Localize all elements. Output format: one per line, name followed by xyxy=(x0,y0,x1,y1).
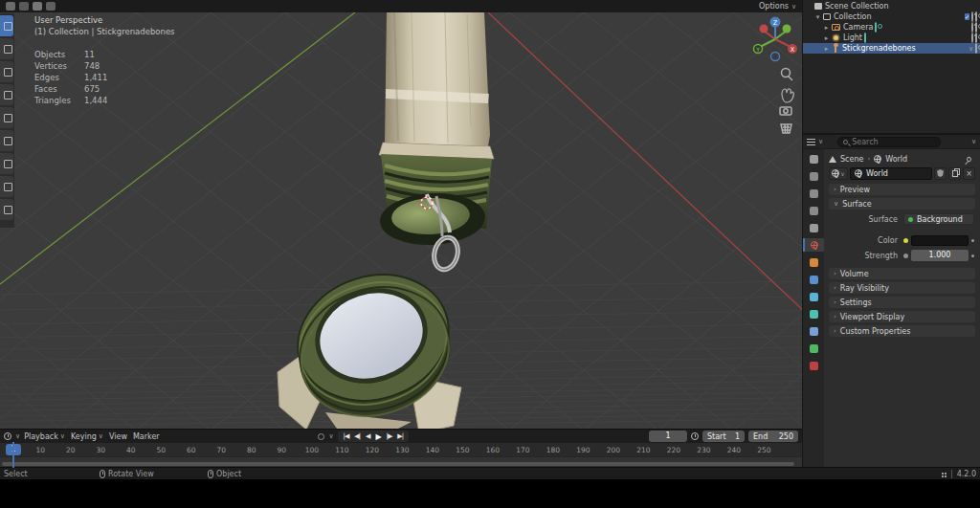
outliner-row-light[interactable]: ▸Light xyxy=(803,33,980,43)
properties-tab-world[interactable] xyxy=(803,238,824,252)
expand-icon[interactable]: ▾ xyxy=(814,13,821,21)
transform-tool[interactable] xyxy=(0,130,13,151)
socket-icon[interactable] xyxy=(903,254,908,258)
move-tool[interactable] xyxy=(0,61,13,82)
chevron-right-icon: › xyxy=(834,313,836,320)
expand-icon[interactable]: ▸ xyxy=(823,34,830,42)
panel-custom-properties[interactable]: ›Custom Properties xyxy=(829,325,975,337)
viewport-header-icon[interactable] xyxy=(6,2,15,11)
properties-tab-modifiers[interactable] xyxy=(803,273,824,286)
world-tab-icon xyxy=(811,241,818,249)
camera-data-icon xyxy=(875,22,877,33)
previous-keyframe-button[interactable]: ◀| xyxy=(352,432,362,440)
copy-datablock-button[interactable] xyxy=(948,167,961,180)
properties-search-input[interactable]: Search xyxy=(837,137,941,147)
chevron-down-icon[interactable]: ∨ xyxy=(328,432,333,440)
animate-dot-icon[interactable] xyxy=(971,239,974,242)
properties-tab-particles[interactable] xyxy=(803,290,824,303)
properties-tab-constraints[interactable] xyxy=(803,324,824,338)
eye-icon[interactable] xyxy=(971,11,973,22)
color-swatch[interactable] xyxy=(911,235,969,246)
animate-dot-icon[interactable] xyxy=(971,254,974,257)
strength-slider[interactable]: 1.000 xyxy=(911,250,969,261)
properties-tab-object-data[interactable] xyxy=(803,342,824,355)
panel-settings[interactable]: ›Settings xyxy=(829,297,975,308)
select-box-tool[interactable] xyxy=(0,15,13,36)
timeline-menu-playback[interactable]: Playback∨ xyxy=(24,432,65,441)
frame-start-field[interactable]: Start1 xyxy=(702,431,745,442)
rotate-tool[interactable] xyxy=(0,84,13,105)
play-button[interactable]: ▶ xyxy=(373,432,382,441)
jump-to-start-button[interactable]: |◀ xyxy=(342,432,351,440)
properties-tab-render[interactable] xyxy=(803,169,824,183)
properties-tab-texture[interactable] xyxy=(803,359,824,372)
breadcrumb-scene[interactable]: Scene xyxy=(840,155,863,164)
gizmo-axis-ball[interactable] xyxy=(760,25,768,33)
properties-tab-output[interactable] xyxy=(803,187,824,200)
grenade-handle-object[interactable] xyxy=(379,12,494,248)
outliner-row-stickgrenadebones[interactable]: ▸Stickgrenadebones∨ xyxy=(803,43,980,54)
properties-editor-icon[interactable] xyxy=(807,138,815,145)
render-visibility-icon[interactable] xyxy=(975,11,977,22)
surface-shader-button[interactable]: Background xyxy=(903,213,974,225)
browse-world-button[interactable]: ∨ xyxy=(829,167,848,180)
cursor-tool[interactable] xyxy=(0,38,13,59)
properties-tab-tool[interactable] xyxy=(803,152,824,166)
panel-volume[interactable]: ›Volume xyxy=(829,268,975,279)
eye-icon[interactable] xyxy=(971,22,973,33)
properties-tab-scene[interactable] xyxy=(803,221,824,234)
next-keyframe-button[interactable]: |▶ xyxy=(385,432,394,440)
viewport-header-icon[interactable] xyxy=(19,2,29,11)
unlink-datablock-button[interactable]: × xyxy=(963,167,975,180)
jump-to-end-button[interactable]: ▶| xyxy=(395,432,405,440)
panel-ray-visibility[interactable]: ›Ray Visibility xyxy=(829,282,975,294)
filter-dropdown-icon[interactable]: ∨ xyxy=(971,138,976,145)
timeline-menu-keying[interactable]: Keying∨ xyxy=(71,432,103,441)
fake-user-button[interactable] xyxy=(934,167,947,180)
render-visibility-icon[interactable] xyxy=(975,43,977,54)
chevron-down-icon: ∨ xyxy=(969,45,973,53)
texture-tab-icon xyxy=(810,362,818,370)
pin-icon[interactable] xyxy=(966,155,972,162)
current-frame-field[interactable]: 1 xyxy=(649,431,687,442)
outliner-row-camera[interactable]: ▸Camera xyxy=(803,22,980,33)
timeline-editor-icon[interactable] xyxy=(4,432,11,440)
scale-tool[interactable] xyxy=(0,107,13,128)
viewport-header-icon[interactable] xyxy=(33,2,42,11)
measure-tool[interactable] xyxy=(0,176,13,197)
timeline-menu-marker[interactable]: Marker xyxy=(133,432,160,441)
properties-tab-physics[interactable] xyxy=(803,307,824,320)
timeline-menu-view[interactable]: View xyxy=(109,432,127,441)
extensions-icon[interactable] xyxy=(942,473,944,475)
options-menu[interactable]: Options∨ xyxy=(759,2,796,11)
outliner-row-collection[interactable]: ▾Collection✓ xyxy=(803,11,980,22)
eye-icon[interactable] xyxy=(971,33,973,43)
outliner-row-scene-collection[interactable]: Scene Collection xyxy=(803,1,980,11)
viewport-header-icon[interactable] xyxy=(46,2,56,11)
annotate-tool[interactable] xyxy=(0,153,13,174)
checkbox-icon[interactable]: ✓ xyxy=(965,13,969,20)
render-visibility-icon[interactable] xyxy=(975,22,977,33)
breadcrumb-world[interactable]: World xyxy=(885,155,907,164)
expand-icon[interactable]: ▸ xyxy=(823,24,830,32)
gizmo-axis-ball[interactable] xyxy=(783,25,791,33)
chevron-down-icon[interactable]: ∨ xyxy=(15,432,20,440)
viewport-3d[interactable]: Options∨ xyxy=(0,0,802,429)
expand-icon[interactable]: ▸ xyxy=(823,45,830,53)
render-visibility-icon[interactable] xyxy=(975,33,977,43)
frame-end-field[interactable]: End250 xyxy=(748,431,798,442)
properties-tab-view-layer[interactable] xyxy=(803,204,824,217)
panel-surface[interactable]: ∨ Surface xyxy=(829,198,975,210)
world-name-field[interactable]: World xyxy=(850,167,932,180)
frame-tick: 250 xyxy=(757,446,770,454)
timeline-ruler[interactable]: 1 10203040506070809010011012013014015016… xyxy=(0,443,802,457)
auto-keying-icon[interactable] xyxy=(318,433,324,440)
properties-tab-object[interactable] xyxy=(803,255,824,269)
play-reverse-button[interactable]: ◀ xyxy=(364,432,371,440)
timeline-scrollbar[interactable] xyxy=(2,462,794,466)
panel-viewport-display[interactable]: ›Viewport Display xyxy=(829,311,975,322)
chevron-down-icon[interactable]: ∨ xyxy=(818,138,823,145)
add-primitive-tool[interactable] xyxy=(0,199,13,220)
socket-icon[interactable] xyxy=(903,238,908,243)
panel-preview[interactable]: › Preview xyxy=(829,184,975,195)
